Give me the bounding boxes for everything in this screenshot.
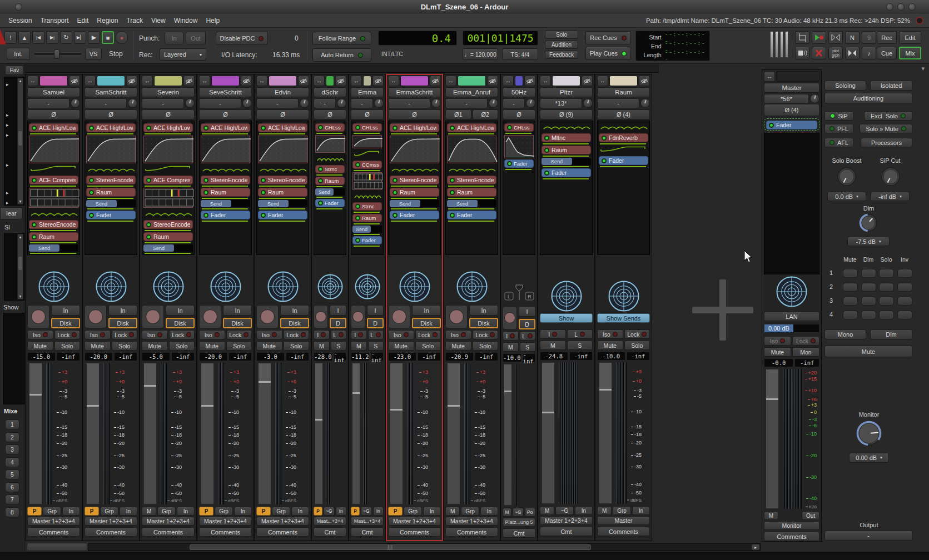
send-button[interactable]: Send bbox=[29, 244, 59, 252]
solo-button[interactable]: Solo bbox=[226, 341, 252, 351]
solo-isolate-button[interactable]: Iso bbox=[445, 330, 471, 339]
monitor-input-button[interactable]: In bbox=[166, 305, 195, 316]
solo-button[interactable]: Solo bbox=[112, 341, 138, 351]
fader-handle[interactable] bbox=[144, 385, 156, 387]
phase-button[interactable]: Ø (4) bbox=[597, 109, 650, 119]
solo-boost-value[interactable]: 0.0 dB▾ bbox=[827, 192, 866, 201]
send-button[interactable]: Send bbox=[541, 158, 572, 165]
sync-source-button[interactable]: Int. bbox=[7, 48, 30, 60]
punch-out-button[interactable]: Out bbox=[186, 32, 206, 44]
pan-knob[interactable] bbox=[142, 271, 195, 302]
output-button[interactable]: Master 1+2+3+4 bbox=[540, 516, 593, 525]
collapse-chevron-icon[interactable]: ▾ bbox=[921, 65, 925, 72]
group-button[interactable]: Grp bbox=[461, 507, 479, 516]
fader[interactable] bbox=[504, 364, 512, 506]
rec-cues-button[interactable]: Rec Cues bbox=[585, 31, 631, 44]
strip-width-button[interactable]: ↔ bbox=[445, 76, 456, 86]
pan-knob[interactable] bbox=[597, 281, 650, 312]
strip-width-button[interactable]: ↔ bbox=[85, 76, 96, 86]
record-arm-button[interactable] bbox=[503, 306, 517, 329]
gain-display[interactable]: -11.2 bbox=[351, 352, 370, 361]
group-button[interactable]: Grp bbox=[215, 507, 232, 516]
record-arm-button[interactable] bbox=[445, 305, 468, 328]
group-number-button[interactable]: 8 bbox=[5, 507, 19, 517]
trim-tool-icon[interactable] bbox=[795, 31, 809, 44]
pan-knob[interactable]: LR bbox=[503, 281, 535, 303]
add-strip-crosshair[interactable] bbox=[719, 279, 726, 341]
plugin-processor[interactable]: StereoEncoder bbox=[143, 220, 193, 229]
monitor-disk-button[interactable]: Disk bbox=[51, 318, 80, 328]
trim-knob[interactable] bbox=[640, 98, 650, 108]
output-button[interactable]: Master 1+2+3+4 bbox=[85, 517, 137, 526]
pan-knob[interactable] bbox=[445, 271, 498, 302]
trim-knob[interactable] bbox=[71, 98, 80, 108]
processor-box[interactable]: FdnReverbFader bbox=[597, 121, 650, 255]
monitor-sends-button[interactable]: Monitor bbox=[764, 521, 819, 530]
gain-display[interactable]: -28.0 bbox=[314, 352, 332, 361]
pan-knob[interactable] bbox=[314, 271, 346, 302]
hide-strip-icon[interactable] bbox=[582, 76, 593, 86]
input-button[interactable]: - bbox=[445, 98, 488, 108]
solo-lock-button[interactable]: L bbox=[520, 331, 536, 341]
solo-isolate-button[interactable]: Iso bbox=[85, 330, 111, 339]
monitor-input-button[interactable]: In bbox=[280, 305, 309, 316]
fader[interactable] bbox=[143, 363, 157, 504]
list-item-arrow-icon[interactable]: ▸ bbox=[6, 82, 9, 87]
route-input-button[interactable]: In bbox=[632, 506, 650, 515]
mute-button[interactable]: Mute bbox=[445, 341, 471, 351]
fader[interactable] bbox=[541, 362, 555, 504]
plugin-processor[interactable]: ACE High/Low Pa bbox=[390, 123, 439, 132]
record-arm-button[interactable] bbox=[142, 305, 164, 328]
plugin-processor[interactable]: Raum bbox=[29, 232, 78, 241]
fader-handle[interactable] bbox=[599, 389, 612, 391]
matrix-cell-button[interactable] bbox=[897, 269, 912, 278]
output-button[interactable]: Master 1+2+3+4 bbox=[256, 517, 309, 526]
window-menu-button[interactable] bbox=[15, 3, 22, 11]
meter-point-button[interactable]: M bbox=[445, 507, 460, 516]
plugin-processor[interactable]: ACE Compressor bbox=[143, 176, 193, 184]
solo-button[interactable]: Solo bbox=[624, 341, 650, 350]
monitor-disk-button[interactable]: D bbox=[367, 318, 384, 328]
strip-width-button[interactable]: ↔ bbox=[597, 76, 608, 86]
group-button[interactable]: Grp bbox=[272, 507, 290, 516]
peak-display[interactable]: -inf bbox=[334, 352, 346, 361]
plugin-processor[interactable]: Raum bbox=[201, 188, 250, 197]
solo-lock-button[interactable]: L bbox=[368, 330, 384, 339]
plugin-processor[interactable]: StereoEncoder bbox=[29, 220, 78, 229]
matrix-cell-button[interactable] bbox=[897, 297, 912, 306]
cue-page-button[interactable]: Cue bbox=[877, 47, 897, 59]
matrix-cell-button[interactable] bbox=[861, 269, 876, 278]
input-button[interactable]: - bbox=[85, 98, 127, 108]
punch-in-button[interactable]: In bbox=[165, 32, 183, 44]
monitor-disk-button[interactable]: D bbox=[519, 319, 535, 329]
route-input-button[interactable]: In bbox=[373, 507, 384, 516]
phase-button[interactable]: Ø bbox=[256, 109, 309, 119]
fader[interactable] bbox=[315, 363, 323, 504]
output-button[interactable]: Master 1+2+3+4 bbox=[199, 517, 252, 526]
gain-display[interactable]: -5.0 bbox=[142, 352, 170, 361]
route-input-button[interactable]: Po bbox=[525, 508, 536, 517]
scrollbar-thumb[interactable]: ||| bbox=[190, 544, 591, 550]
input-button[interactable]: - bbox=[314, 98, 336, 108]
compressor-meter-display[interactable] bbox=[143, 188, 193, 208]
hide-strip-icon[interactable] bbox=[69, 76, 80, 86]
trim-knob[interactable] bbox=[810, 94, 819, 103]
plugin-processor[interactable]: Raum bbox=[258, 188, 307, 197]
rec-mode-select[interactable]: Layered▾ bbox=[160, 48, 206, 61]
processors-button[interactable]: Processors bbox=[861, 138, 912, 147]
shuttle-slider[interactable] bbox=[33, 52, 82, 56]
plugin-processor[interactable]: StereoEncoder bbox=[447, 176, 496, 184]
input-button[interactable]: *56* bbox=[764, 94, 809, 104]
plugin-processor[interactable]: CHLss bbox=[315, 123, 345, 132]
solo-isolate-button[interactable]: Iso bbox=[256, 330, 282, 339]
fader-processor[interactable]: Fader bbox=[504, 159, 534, 168]
peak-display[interactable]: -inf bbox=[171, 352, 195, 361]
fader-processor[interactable]: Fader bbox=[352, 236, 382, 244]
send-row[interactable]: Send bbox=[258, 200, 307, 207]
fader-handle[interactable] bbox=[766, 398, 778, 400]
group-number-button[interactable]: 7 bbox=[5, 494, 19, 504]
send-row[interactable]: Send bbox=[447, 200, 496, 207]
monitor-input-button[interactable]: In bbox=[469, 305, 498, 316]
n-button[interactable]: N bbox=[845, 31, 860, 44]
phase-button[interactable]: Ø bbox=[503, 109, 535, 119]
